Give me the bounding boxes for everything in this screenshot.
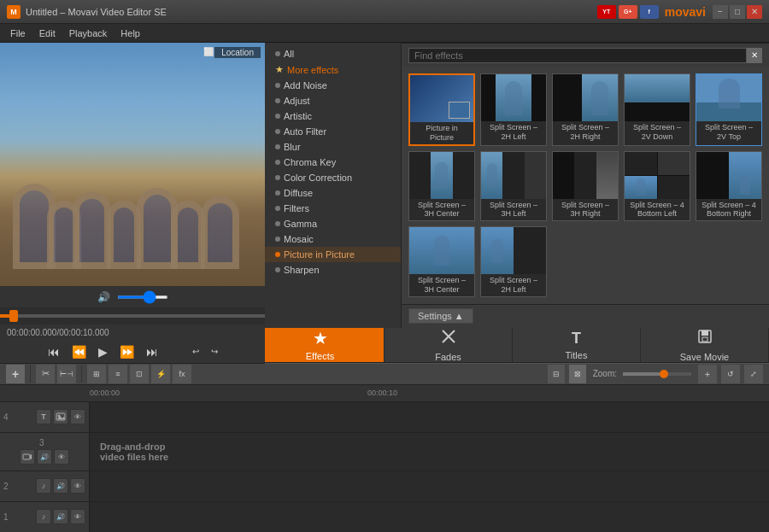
split-button[interactable]: ⊢⊣ [56,364,77,384]
prev-frame-button[interactable]: ⏪ [68,343,90,360]
zoom-thumb[interactable] [660,370,668,378]
effect-item-gamma[interactable]: Gamma [265,216,401,231]
track-music-button[interactable]: ♪ [36,478,51,494]
volume-icon[interactable]: 🔊 [97,291,110,303]
close-button[interactable]: ✕ [747,5,762,19]
effect-thumb-split4bl[interactable]: Split Screen – 4Bottom Left [624,151,690,222]
facebook-icon[interactable]: f [640,5,659,19]
bullet-icon [275,114,280,119]
effect-thumb-split3l[interactable]: Split Screen –3H Left [480,151,547,222]
list-view-button[interactable]: ≡ [108,364,128,384]
progress-thumb[interactable] [9,310,18,322]
effect-name-label: Split Screen – 4Bottom Left [629,199,685,221]
add-button[interactable]: + [5,364,26,384]
effects-track-button[interactable]: fx [172,364,192,384]
track-3-label: 3 🔊 👁 [0,433,90,471]
effect-thumb-split4br[interactable]: Split Screen – 4Bottom Right [696,151,762,222]
titles-icon: T [572,330,581,348]
app: M Untitled – Movavi Video Editor SE YT G… [0,0,769,532]
effect-thumb-r3-1[interactable]: Split Screen –3H Center [408,226,475,297]
tab-fades[interactable]: Fades [384,328,513,362]
effect-thumb-split2hl[interactable]: Split Screen –2H Left [480,73,547,146]
menu-file[interactable]: File [3,26,32,40]
effect-item-diffuse[interactable]: Diffuse [265,185,401,201]
menu-help[interactable]: Help [114,26,147,40]
effect-name-label: Split Screen – 4Bottom Right [701,199,757,221]
effect-item-pip[interactable]: Picture in Picture [265,247,401,262]
snap-button[interactable]: ⊡ [129,364,150,384]
magic-button[interactable]: ⚡ [150,364,171,384]
track-text-button[interactable]: T [36,409,51,424]
track-visibility-button-1[interactable]: 👁 [70,509,85,524]
volume-slider[interactable] [117,295,168,299]
effect-item-autofilter[interactable]: Auto Filter [265,124,401,139]
track-audio-button[interactable]: 🔊 [37,449,52,465]
track-visibility-button-2[interactable]: 👁 [70,478,85,494]
resize-handle[interactable]: ⬜ [203,47,214,56]
menu-edit[interactable]: Edit [32,26,62,40]
effect-item-filters[interactable]: Filters [265,201,401,216]
track-3-content[interactable]: Drag-and-dropvideo files here [90,433,769,471]
effect-item-colorcorrection[interactable]: Color Correction [265,170,401,185]
effect-item-artistic[interactable]: Artistic [265,108,401,124]
cut-button[interactable]: ✂ [35,364,56,384]
googleplus-icon[interactable]: G+ [619,5,637,19]
effect-thumb-split2hr[interactable]: Split Screen –2H Right [552,73,619,146]
menu-playback[interactable]: Playback [62,26,114,40]
effect-thumb-r3-2[interactable]: Split Screen –2H Left [480,226,547,297]
effect-thumb-split3c[interactable]: Split Screen –3H Center [408,151,475,222]
pip-overlay [449,102,470,119]
effect-item-more[interactable]: ★ More effects [265,61,401,78]
track-number: 3 [39,438,50,447]
forward-end-button[interactable]: ⏭ [143,343,161,360]
track-video-button[interactable] [20,449,35,465]
layout-btn-2[interactable]: ⊠ [568,364,587,384]
fullscreen-button[interactable]: ⤢ [743,364,764,384]
layout-btn-1[interactable]: ⊟ [547,364,566,384]
effect-thumb-split2vd[interactable]: Split Screen –2V Down [624,73,690,146]
effect-label: Color Correction [284,172,352,183]
track-music-button-1[interactable]: ♪ [36,509,51,524]
thumb-image [625,74,690,121]
track-image-button[interactable] [53,409,68,424]
effect-thumb-split2vt[interactable]: Split Screen –2V Top [696,73,762,146]
effect-item-blur[interactable]: Blur [265,139,401,155]
effect-item-chromakey[interactable]: Chroma Key [265,155,401,170]
effect-item-all[interactable]: All [265,46,401,61]
undo-button[interactable]: ↩ [189,345,203,358]
play-button[interactable]: ▶ [95,343,111,360]
effect-item-mosaic[interactable]: Mosaic [265,231,401,247]
effect-thumb-split3r[interactable]: Split Screen –3H Right [552,151,619,222]
grid-view-button[interactable]: ⊞ [86,364,107,384]
effect-label: Picture in Picture [284,249,355,260]
tab-titles[interactable]: T Titles [513,328,641,362]
tab-effects[interactable]: ★ Effects [256,328,384,362]
track-visibility-button[interactable]: 👁 [70,409,85,424]
next-frame-button[interactable]: ⏩ [116,343,138,360]
search-input[interactable] [408,48,747,63]
tab-savemovie[interactable]: Save Movie [641,328,769,362]
rewind-start-button[interactable]: ⏮ [44,343,63,360]
zoom-in-button[interactable]: + [697,364,718,384]
effect-item-sharpen[interactable]: Sharpen [265,262,401,278]
track-audio-button-2[interactable]: 🔊 [53,478,68,494]
settings-button[interactable]: Settings ▲ [408,308,473,324]
effect-label: Gamma [284,219,317,229]
effect-item-addnoise[interactable]: Add Noise [265,78,401,93]
effect-thumb-pip[interactable]: Picture inPicture [408,73,475,146]
minimize-button[interactable]: − [713,5,728,19]
playback-controls: ⏮ ⏪ ▶ ⏩ ⏭ ↩ ↪ [0,340,265,364]
zoom-reset-button[interactable]: ↺ [720,364,741,384]
track-3: 3 🔊 👁 Drag-and-dropvideo files here [0,433,769,471]
track-audio-button-1[interactable]: 🔊 [53,509,68,524]
effect-name-label: Split Screen –2V Top [704,121,754,143]
effect-item-adjust[interactable]: Adjust [265,93,401,108]
settings-label: Settings [418,311,452,321]
search-clear-button[interactable]: ✕ [747,48,762,63]
maximize-button[interactable]: □ [730,5,745,19]
youtube-icon[interactable]: YT [597,5,616,19]
effect-name-label: Split Screen –2H Left [489,121,538,143]
track-visibility-button-3[interactable]: 👁 [54,449,69,465]
redo-button[interactable]: ↪ [208,345,221,358]
zoom-slider[interactable] [623,372,691,376]
